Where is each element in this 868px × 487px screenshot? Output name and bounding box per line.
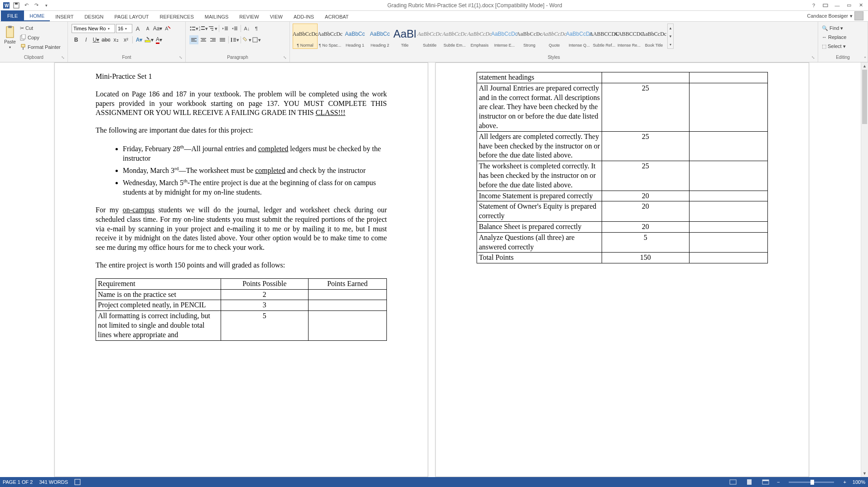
find-button[interactable]: 🔍Find ▾	[822, 24, 846, 32]
tab-view[interactable]: VIEW	[265, 12, 288, 21]
format-painter-button[interactable]: Format Painter	[20, 43, 61, 51]
strikethrough-button[interactable]: abc	[101, 35, 111, 44]
scroll-down-icon[interactable]: ▼	[861, 470, 868, 477]
style-item[interactable]: AaBbCcDcQuote	[542, 24, 567, 49]
bold-button[interactable]: B	[72, 35, 81, 44]
maximize-icon[interactable]: ▭	[844, 1, 854, 10]
redo-icon[interactable]: ↷	[32, 1, 41, 10]
clear-formatting-button[interactable]: A	[163, 24, 172, 33]
page-indicator[interactable]: PAGE 1 OF 2	[3, 479, 33, 485]
zoom-slider[interactable]	[789, 482, 834, 483]
styles-more-button[interactable]: ▲▼▾	[667, 24, 674, 49]
font-color-button[interactable]: A▾	[154, 35, 164, 44]
style-item[interactable]: AaBbCcDcIntense E...	[492, 24, 517, 49]
zoom-in-button[interactable]: +	[843, 479, 846, 485]
zoom-out-button[interactable]: −	[777, 479, 780, 485]
style-item[interactable]: AaBbCcDcSubtitle	[417, 24, 442, 49]
cut-button[interactable]: ✂Cut	[20, 24, 61, 32]
bullets-button[interactable]: ▾	[189, 24, 198, 33]
highlight-button[interactable]: ▾	[145, 35, 154, 44]
table-row: Name is on the practice set2	[96, 289, 387, 300]
show-marks-button[interactable]: ¶	[252, 24, 261, 33]
subscript-button[interactable]: x₂	[111, 35, 121, 44]
user-name[interactable]: Candace Boesiger ▾	[802, 10, 868, 21]
paste-button[interactable]: Paste ▾	[2, 23, 18, 53]
style-item[interactable]: AaBbCcDcStrong	[517, 24, 542, 49]
align-right-button[interactable]	[208, 35, 217, 44]
word-count[interactable]: 341 WORDS	[39, 479, 68, 485]
zoom-level[interactable]: 100%	[853, 479, 865, 485]
word-icon: W	[2, 1, 11, 10]
underline-button[interactable]: U▾	[92, 35, 101, 44]
superscript-button[interactable]: x²	[121, 35, 130, 44]
read-mode-button[interactable]	[728, 478, 738, 486]
tab-home[interactable]: HOME	[24, 11, 50, 21]
tab-references[interactable]: REFERENCES	[154, 12, 199, 21]
change-case-button[interactable]: Aa▾	[153, 24, 162, 33]
tab-mailings[interactable]: MAILINGS	[199, 12, 234, 21]
ribbon-options-icon[interactable]	[820, 1, 831, 10]
tab-addins[interactable]: ADD-INS	[288, 12, 319, 21]
svg-rect-41	[220, 41, 225, 42]
undo-icon[interactable]: ↶	[22, 1, 31, 10]
scroll-up-icon[interactable]: ▲	[861, 62, 868, 70]
select-button[interactable]: ⬚Select ▾	[822, 42, 846, 50]
increase-indent-button[interactable]	[230, 24, 239, 33]
style-item[interactable]: AABBCCDCSubtle Ref...	[592, 24, 617, 49]
tab-acrobat[interactable]: ACROBAT	[319, 12, 354, 21]
style-item[interactable]: AaBbCcHeading 1	[342, 24, 367, 49]
svg-text:W: W	[5, 3, 9, 8]
style-item[interactable]: AaBbCcDc¶ Normal	[293, 24, 318, 49]
svg-rect-38	[210, 41, 216, 42]
italic-button[interactable]: I	[82, 35, 91, 44]
shrink-font-button[interactable]: A	[143, 24, 152, 33]
tab-insert[interactable]: INSERT	[50, 12, 79, 21]
close-icon[interactable]: ✕	[855, 1, 866, 10]
numbering-button[interactable]: 12▾	[199, 24, 208, 33]
style-item[interactable]: AaBbCcDcBook Title	[641, 24, 666, 49]
decrease-indent-button[interactable]	[221, 24, 230, 33]
style-item[interactable]: AaBbCcDc¶ No Spac...	[318, 24, 342, 49]
tab-review[interactable]: REVIEW	[234, 12, 264, 21]
tab-design[interactable]: DESIGN	[79, 12, 109, 21]
align-center-button[interactable]	[199, 35, 208, 44]
replace-button[interactable]: ↔Replace	[822, 33, 846, 41]
style-item[interactable]: AaBlTitle	[392, 24, 417, 49]
font-launcher[interactable]: ⤡	[179, 55, 183, 60]
style-item[interactable]: AaBbCcHeading 2	[367, 24, 392, 49]
scrollbar-thumb[interactable]	[862, 70, 867, 124]
borders-button[interactable]: ▾	[252, 35, 261, 44]
styles-launcher[interactable]: ⤡	[811, 55, 815, 60]
style-item[interactable]: AaBbCcDcIntense Q...	[567, 24, 592, 49]
vertical-scrollbar[interactable]: ▲ ▼	[861, 62, 868, 477]
clipboard-launcher[interactable]: ⤡	[61, 55, 65, 60]
web-layout-button[interactable]	[761, 478, 771, 486]
style-item[interactable]: AaBbCcDcSubtle Em...	[442, 24, 467, 49]
help-icon[interactable]: ?	[808, 1, 819, 10]
table-row: The worksheet is completed correctly. It…	[477, 161, 768, 191]
minimize-icon[interactable]: —	[832, 1, 843, 10]
qat-dropdown-icon[interactable]: ▾	[42, 1, 51, 10]
shading-button[interactable]: ▾	[242, 35, 251, 44]
style-item[interactable]: AaBbCcDcEmphasis	[467, 24, 492, 49]
multilevel-button[interactable]: ▾	[208, 24, 217, 33]
align-left-button[interactable]	[189, 35, 198, 44]
copy-button[interactable]: Copy	[20, 33, 61, 42]
spell-check-icon[interactable]	[74, 479, 81, 485]
grow-font-button[interactable]: A	[133, 24, 142, 33]
svg-rect-3	[15, 3, 18, 5]
tab-page-layout[interactable]: PAGE LAYOUT	[109, 12, 154, 21]
justify-button[interactable]	[218, 35, 227, 44]
save-icon[interactable]	[12, 1, 21, 10]
collapse-ribbon-button[interactable]: ˄	[864, 56, 866, 61]
line-spacing-button[interactable]: ▾	[230, 35, 239, 44]
font-size-combo[interactable]: 16▾	[116, 24, 132, 33]
sort-button[interactable]: A↓	[242, 24, 251, 33]
text-effects-button[interactable]: A▾	[135, 35, 144, 44]
print-layout-button[interactable]	[744, 478, 754, 486]
paragraph-launcher[interactable]: ⤡	[283, 55, 287, 60]
file-tab[interactable]: FILE	[1, 10, 24, 21]
svg-rect-34	[202, 39, 205, 40]
style-item[interactable]: AABBCCDCIntense Re...	[617, 24, 641, 49]
font-name-combo[interactable]: Times New Ro▾	[72, 24, 115, 33]
